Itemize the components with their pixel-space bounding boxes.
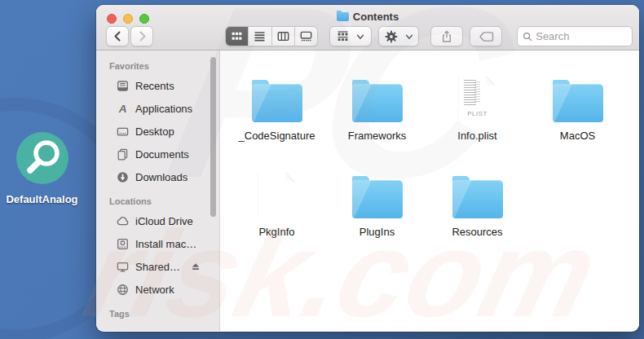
plist-document-icon: PLIST [459, 75, 496, 122]
downloads-icon [116, 170, 130, 184]
magnifier-icon [16, 132, 68, 184]
forward-button[interactable] [130, 26, 153, 46]
folder-icon [337, 12, 349, 21]
applications-icon: A [116, 102, 130, 116]
gear-icon [384, 29, 399, 44]
folder-icon [352, 180, 403, 218]
globe-icon [116, 283, 130, 297]
view-switcher [225, 26, 318, 46]
svg-text:A: A [118, 103, 127, 115]
search-field[interactable] [517, 26, 633, 46]
chevron-left-icon [111, 29, 125, 43]
sidebar-section-locations: Locations [109, 194, 219, 209]
sidebar-section-tags: Tags [109, 306, 219, 322]
window-header: Contents [96, 5, 639, 51]
file-item-codesignature[interactable]: _CodeSignature [228, 78, 326, 153]
sidebar-item-shared[interactable]: Shared… [109, 255, 219, 278]
recents-icon [116, 79, 130, 93]
share-button[interactable] [430, 26, 463, 46]
tag-button[interactable] [470, 26, 502, 46]
desktop-icon [116, 125, 130, 139]
group-items-icon [336, 29, 350, 43]
view-column-button[interactable] [272, 27, 295, 46]
disk-icon [116, 237, 130, 251]
desktop-icon-label: DefaultAnalog [3, 193, 81, 205]
sidebar-item-recents[interactable]: Recents [109, 74, 219, 97]
file-item-macos[interactable]: MacOS [529, 78, 627, 153]
sidebar-item-label: Recents [135, 80, 174, 92]
sidebar-item-icloud-drive[interactable]: iCloud Drive [109, 209, 219, 232]
chevron-down-icon [404, 32, 414, 42]
sidebar-item-label: Network [135, 284, 174, 296]
share-icon [439, 29, 454, 44]
sidebar-item-label: Applications [135, 103, 192, 115]
file-label: _CodeSignature [239, 130, 315, 142]
file-label: Frameworks [348, 130, 407, 142]
folder-icon [452, 180, 503, 218]
gallery-view-icon [299, 29, 313, 43]
search-input[interactable] [536, 30, 627, 42]
sidebar-item-label: Install mac… [135, 238, 196, 250]
sidebar: Favorites Recents A Applications [96, 51, 220, 331]
sidebar-item-downloads[interactable]: Downloads [109, 165, 219, 188]
window-title: Contents [353, 11, 399, 23]
view-gallery-button[interactable] [295, 27, 317, 46]
display-icon [116, 260, 130, 274]
sidebar-section-favorites: Favorites [109, 59, 219, 74]
title-bar: Contents [96, 9, 639, 24]
finder-window: Contents [96, 5, 639, 332]
blank-document-icon [258, 171, 296, 218]
column-view-icon [276, 29, 290, 43]
file-label: MacOS [560, 130, 595, 142]
file-item-frameworks[interactable]: Frameworks [329, 78, 426, 153]
file-label: Resources [452, 226, 502, 238]
group-button[interactable] [329, 26, 372, 46]
plist-badge: PLIST [459, 110, 496, 117]
sidebar-item-documents[interactable]: Documents [109, 143, 219, 165]
folder-icon [352, 84, 403, 122]
grid-view-icon [230, 29, 244, 43]
sidebar-item-label: iCloud Drive [135, 215, 193, 227]
sidebar-item-label: Downloads [135, 171, 187, 183]
sidebar-item-label: Desktop [135, 125, 174, 138]
sidebar-item-label: Shared… [135, 261, 180, 273]
folder-icon [252, 84, 302, 122]
cloud-icon [116, 214, 130, 228]
file-item-plugins[interactable]: PlugIns [329, 174, 426, 249]
view-icon-button[interactable] [226, 27, 249, 46]
folder-icon [553, 84, 603, 122]
document-text-lines [464, 80, 476, 107]
action-button[interactable] [378, 26, 419, 46]
file-item-resources[interactable]: Resources [429, 174, 527, 249]
search-icon [523, 31, 532, 42]
file-item-info-plist[interactable]: PLIST Info.plist [429, 75, 527, 153]
sidebar-scrollbar[interactable] [210, 57, 216, 217]
file-label: PlugIns [359, 226, 395, 238]
file-item-pkginfo[interactable]: PkgInfo [228, 171, 326, 249]
sidebar-item-label: Documents [135, 148, 189, 161]
eject-icon[interactable] [191, 262, 201, 271]
desktop-icon-defaultanalog[interactable]: DefaultAnalog [3, 132, 81, 205]
back-button[interactable] [106, 26, 129, 46]
file-grid: _CodeSignature Frameworks PLIST Info.pli… [220, 51, 639, 331]
chevron-down-icon [355, 32, 365, 42]
sidebar-item-install-macos[interactable]: Install mac… [109, 232, 219, 255]
file-label: PkgInfo [258, 226, 294, 238]
tag-icon [478, 31, 495, 42]
documents-icon [116, 147, 130, 161]
chevron-right-icon [135, 29, 149, 43]
sidebar-item-desktop[interactable]: Desktop [109, 120, 219, 143]
file-label: Info.plist [457, 130, 496, 142]
view-list-button[interactable] [249, 27, 271, 46]
sidebar-item-applications[interactable]: A Applications [109, 97, 219, 120]
list-view-icon [253, 29, 267, 43]
sidebar-item-network[interactable]: Network [109, 278, 219, 301]
